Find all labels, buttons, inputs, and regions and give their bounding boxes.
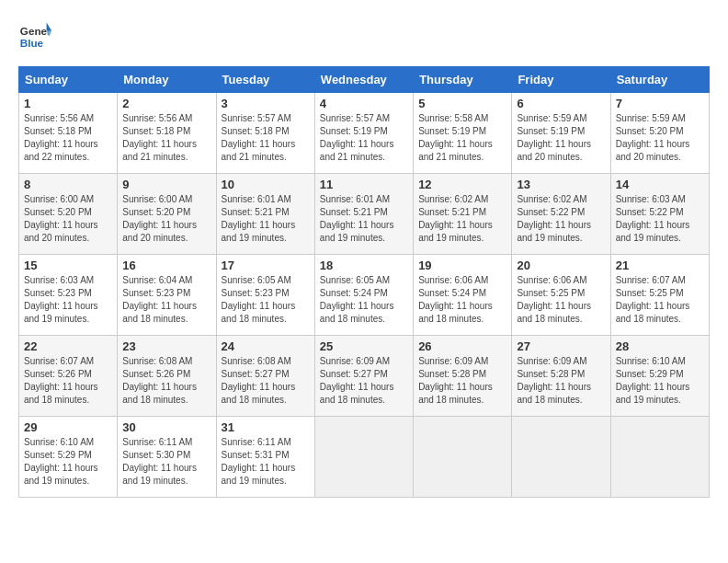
day-number: 29 — [24, 420, 112, 434]
day-info: Sunrise: 6:10 AMSunset: 5:29 PMDaylight:… — [616, 355, 704, 407]
day-number: 13 — [517, 178, 605, 191]
calendar-cell: 16Sunrise: 6:04 AMSunset: 5:23 PMDayligh… — [118, 255, 216, 336]
day-number: 2 — [122, 97, 210, 110]
day-info: Sunrise: 5:58 AMSunset: 5:19 PMDaylight:… — [418, 112, 506, 164]
calendar-week-row: 15Sunrise: 6:03 AMSunset: 5:23 PMDayligh… — [19, 255, 710, 336]
day-info: Sunrise: 6:07 AMSunset: 5:25 PMDaylight:… — [616, 274, 704, 326]
day-header-wednesday: Wednesday — [314, 67, 413, 93]
day-info: Sunrise: 5:59 AMSunset: 5:20 PMDaylight:… — [616, 112, 704, 164]
day-number: 26 — [418, 339, 506, 353]
day-header-tuesday: Tuesday — [216, 67, 314, 93]
day-info: Sunrise: 5:56 AMSunset: 5:18 PMDaylight:… — [24, 112, 112, 164]
day-info: Sunrise: 6:09 AMSunset: 5:28 PMDaylight:… — [517, 355, 605, 407]
calendar-cell: 11Sunrise: 6:01 AMSunset: 5:21 PMDayligh… — [314, 174, 413, 255]
calendar-cell: 8Sunrise: 6:00 AMSunset: 5:20 PMDaylight… — [19, 174, 118, 255]
calendar-cell: 21Sunrise: 6:07 AMSunset: 5:25 PMDayligh… — [610, 255, 709, 336]
day-number: 24 — [222, 339, 310, 353]
calendar-cell: 5Sunrise: 5:58 AMSunset: 5:19 PMDaylight… — [414, 93, 512, 174]
calendar-cell: 24Sunrise: 6:08 AMSunset: 5:27 PMDayligh… — [216, 336, 314, 417]
day-header-thursday: Thursday — [414, 67, 512, 93]
day-number: 10 — [222, 178, 310, 191]
day-info: Sunrise: 6:09 AMSunset: 5:28 PMDaylight:… — [418, 355, 506, 407]
day-number: 28 — [616, 339, 704, 353]
day-number: 14 — [616, 178, 704, 191]
calendar-cell: 28Sunrise: 6:10 AMSunset: 5:29 PMDayligh… — [610, 336, 709, 417]
calendar-cell — [610, 417, 709, 498]
day-info: Sunrise: 6:02 AMSunset: 5:22 PMDaylight:… — [517, 193, 605, 245]
day-number: 8 — [24, 178, 112, 191]
day-number: 7 — [616, 97, 704, 110]
calendar-week-row: 1Sunrise: 5:56 AMSunset: 5:18 PMDaylight… — [19, 93, 710, 174]
calendar-cell: 6Sunrise: 5:59 AMSunset: 5:19 PMDaylight… — [512, 93, 610, 174]
day-number: 21 — [616, 259, 704, 272]
day-info: Sunrise: 6:11 AMSunset: 5:31 PMDaylight:… — [222, 436, 310, 488]
calendar-cell — [512, 417, 610, 498]
day-number: 17 — [222, 259, 310, 272]
calendar-cell: 25Sunrise: 6:09 AMSunset: 5:27 PMDayligh… — [314, 336, 413, 417]
calendar-cell — [414, 417, 512, 498]
calendar-cell: 2Sunrise: 5:56 AMSunset: 5:18 PMDaylight… — [118, 93, 216, 174]
day-info: Sunrise: 5:57 AMSunset: 5:19 PMDaylight:… — [320, 112, 408, 164]
day-info: Sunrise: 6:00 AMSunset: 5:20 PMDaylight:… — [122, 193, 210, 245]
calendar-week-row: 29Sunrise: 6:10 AMSunset: 5:29 PMDayligh… — [19, 417, 710, 498]
day-number: 19 — [418, 259, 506, 272]
calendar-cell: 27Sunrise: 6:09 AMSunset: 5:28 PMDayligh… — [512, 336, 610, 417]
day-number: 3 — [222, 97, 310, 110]
day-header-saturday: Saturday — [610, 67, 709, 93]
calendar-cell: 10Sunrise: 6:01 AMSunset: 5:21 PMDayligh… — [216, 174, 314, 255]
day-number: 25 — [320, 339, 408, 353]
day-info: Sunrise: 5:59 AMSunset: 5:19 PMDaylight:… — [517, 112, 605, 164]
day-number: 9 — [122, 178, 210, 191]
calendar-cell: 17Sunrise: 6:05 AMSunset: 5:23 PMDayligh… — [216, 255, 314, 336]
calendar-cell: 30Sunrise: 6:11 AMSunset: 5:30 PMDayligh… — [118, 417, 216, 498]
day-info: Sunrise: 6:07 AMSunset: 5:26 PMDaylight:… — [24, 355, 112, 407]
day-info: Sunrise: 6:08 AMSunset: 5:27 PMDaylight:… — [222, 355, 310, 407]
calendar-cell: 13Sunrise: 6:02 AMSunset: 5:22 PMDayligh… — [512, 174, 610, 255]
day-number: 6 — [517, 97, 605, 110]
day-info: Sunrise: 6:01 AMSunset: 5:21 PMDaylight:… — [222, 193, 310, 245]
day-header-monday: Monday — [118, 67, 216, 93]
day-info: Sunrise: 6:05 AMSunset: 5:24 PMDaylight:… — [320, 274, 408, 326]
calendar-cell: 20Sunrise: 6:06 AMSunset: 5:25 PMDayligh… — [512, 255, 610, 336]
day-header-friday: Friday — [512, 67, 610, 93]
day-info: Sunrise: 6:08 AMSunset: 5:26 PMDaylight:… — [122, 355, 210, 407]
day-info: Sunrise: 6:05 AMSunset: 5:23 PMDaylight:… — [222, 274, 310, 326]
calendar-cell: 29Sunrise: 6:10 AMSunset: 5:29 PMDayligh… — [19, 417, 118, 498]
calendar-cell: 31Sunrise: 6:11 AMSunset: 5:31 PMDayligh… — [216, 417, 314, 498]
svg-text:Blue: Blue — [20, 37, 44, 49]
day-number: 20 — [517, 259, 605, 272]
day-number: 4 — [320, 97, 408, 110]
logo-icon: General Blue — [18, 18, 51, 52]
calendar-cell: 22Sunrise: 6:07 AMSunset: 5:26 PMDayligh… — [19, 336, 118, 417]
day-number: 15 — [24, 259, 112, 272]
calendar-cell: 4Sunrise: 5:57 AMSunset: 5:19 PMDaylight… — [314, 93, 413, 174]
day-number: 12 — [418, 178, 506, 191]
calendar-cell: 18Sunrise: 6:05 AMSunset: 5:24 PMDayligh… — [314, 255, 413, 336]
logo: General Blue — [18, 18, 51, 52]
day-number: 11 — [320, 178, 408, 191]
day-info: Sunrise: 5:57 AMSunset: 5:18 PMDaylight:… — [222, 112, 310, 164]
day-header-sunday: Sunday — [19, 67, 118, 93]
calendar-cell: 12Sunrise: 6:02 AMSunset: 5:21 PMDayligh… — [414, 174, 512, 255]
day-info: Sunrise: 6:06 AMSunset: 5:24 PMDaylight:… — [418, 274, 506, 326]
day-number: 16 — [122, 259, 210, 272]
day-info: Sunrise: 6:02 AMSunset: 5:21 PMDaylight:… — [418, 193, 506, 245]
calendar-table: SundayMondayTuesdayWednesdayThursdayFrid… — [18, 66, 710, 498]
day-info: Sunrise: 6:04 AMSunset: 5:23 PMDaylight:… — [122, 274, 210, 326]
day-info: Sunrise: 5:56 AMSunset: 5:18 PMDaylight:… — [122, 112, 210, 164]
calendar-week-row: 22Sunrise: 6:07 AMSunset: 5:26 PMDayligh… — [19, 336, 710, 417]
calendar-cell: 7Sunrise: 5:59 AMSunset: 5:20 PMDaylight… — [610, 93, 709, 174]
page-header: General Blue — [18, 18, 710, 52]
calendar-cell: 14Sunrise: 6:03 AMSunset: 5:22 PMDayligh… — [610, 174, 709, 255]
day-number: 30 — [122, 420, 210, 434]
day-number: 18 — [320, 259, 408, 272]
calendar-cell: 3Sunrise: 5:57 AMSunset: 5:18 PMDaylight… — [216, 93, 314, 174]
day-info: Sunrise: 6:11 AMSunset: 5:30 PMDaylight:… — [122, 436, 210, 488]
calendar-cell: 1Sunrise: 5:56 AMSunset: 5:18 PMDaylight… — [19, 93, 118, 174]
calendar-cell — [314, 417, 413, 498]
day-info: Sunrise: 6:09 AMSunset: 5:27 PMDaylight:… — [320, 355, 408, 407]
day-number: 23 — [122, 339, 210, 353]
day-info: Sunrise: 6:03 AMSunset: 5:23 PMDaylight:… — [24, 274, 112, 326]
day-info: Sunrise: 6:06 AMSunset: 5:25 PMDaylight:… — [517, 274, 605, 326]
calendar-cell: 15Sunrise: 6:03 AMSunset: 5:23 PMDayligh… — [19, 255, 118, 336]
